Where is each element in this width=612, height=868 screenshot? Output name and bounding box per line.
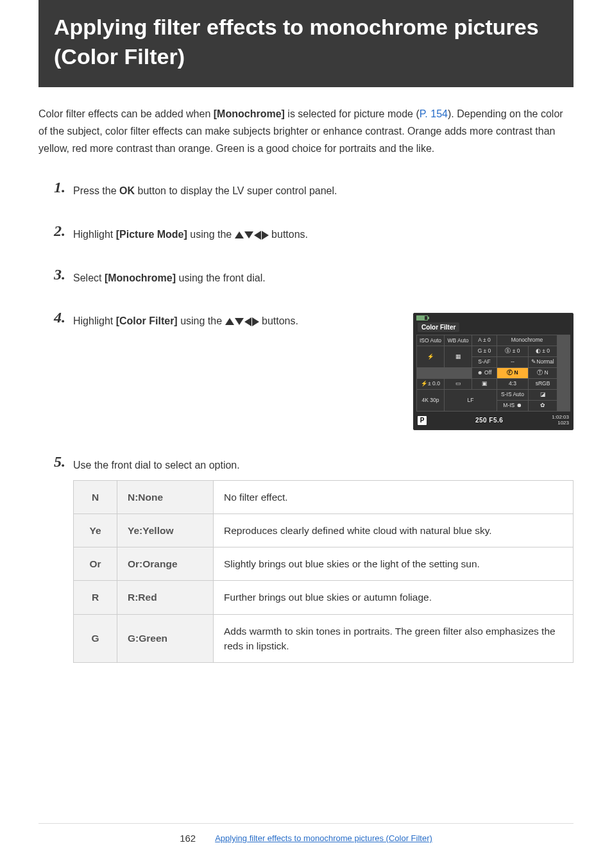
title-block: Applying filter effects to monochrome pi… [38, 0, 574, 87]
panel-title: Color Filter [418, 322, 459, 332]
battery-icon [416, 315, 428, 321]
step-2-post2: buttons. [269, 229, 308, 240]
step-3-post: using the front dial. [176, 272, 266, 283]
panel-sis: S-IS Auto [497, 390, 528, 400]
panel-tn: Ⓣ N [529, 368, 557, 378]
mode-icon: P [418, 416, 427, 425]
panel-flash: ⚡ [417, 346, 444, 367]
step-3-bold: [Monochrome] [105, 272, 176, 283]
step-2-post: using the [187, 229, 235, 240]
panel-rect: ▭ [445, 379, 472, 389]
panel-ratio: 4:3 [497, 379, 528, 389]
table-row: G G:Green Adds warmth to skin tones in p… [74, 614, 574, 663]
panel-off: ☻ Off [472, 368, 497, 378]
footer-section-link[interactable]: Applying filter effects to monochrome pi… [215, 833, 432, 844]
option-code: G [74, 614, 117, 663]
panel-c0: ◐ ± 0 [529, 346, 557, 356]
page-number: 162 [180, 833, 196, 844]
panel-colorfilter-selected: Ⓕ N [497, 368, 528, 378]
step-1-bold: OK [119, 185, 135, 196]
panel-dash: -- [497, 357, 528, 367]
page-reference-link[interactable]: P. 154 [420, 108, 448, 119]
panel-wbgrid: ▦ [445, 346, 472, 367]
page-title: Applying filter effects to monochrome pi… [54, 13, 558, 72]
panel-gear: ✿ [529, 401, 557, 411]
table-row: Or Or:Orange Slightly brings out blue sk… [74, 547, 574, 581]
step-4-bold: [Color Filter] [116, 315, 178, 326]
panel-counters: 1:02:03 1023 [552, 415, 569, 426]
option-name: Ye:Yellow [117, 513, 214, 547]
intro-part1b: is selected for picture mode ( [285, 108, 420, 119]
panel-mis: M-IS ⏺ [497, 401, 528, 411]
step-5-text: Use the front dial to select an option. [73, 457, 574, 474]
table-row: N N:None No filter effect. [74, 480, 574, 513]
step-1: Press the OK button to display the LV su… [54, 183, 574, 199]
option-desc: Adds warmth to skin tones in portraits. … [214, 614, 574, 663]
panel-shutter: 250 F5.6 [475, 417, 503, 424]
step-3-pre: Select [73, 272, 105, 283]
panel-s0: ⓢ ± 0 [497, 346, 528, 356]
step-5: Use the front dial to select an option. … [54, 457, 574, 663]
dpad-arrows-icon [225, 317, 259, 326]
step-2-pre: Highlight [73, 229, 116, 240]
panel-wb: WB Auto [445, 335, 472, 346]
panel-g0: G ± 0 [472, 346, 497, 356]
option-desc: Reproduces clearly defined white cloud w… [214, 513, 574, 547]
panel-lf: LF [445, 390, 497, 411]
panel-meter: ▣ [472, 379, 497, 389]
table-row: R R:Red Further brings out blue skies or… [74, 581, 574, 614]
option-code: Or [74, 547, 117, 581]
panel-normal: ✎Normal [529, 357, 557, 367]
option-name: R:Red [117, 581, 214, 614]
step-2-bold: [Picture Mode] [116, 229, 187, 240]
option-name: N:None [117, 480, 214, 513]
step-4-pre: Highlight [73, 315, 116, 326]
option-code: Ye [74, 513, 117, 547]
option-name: G:Green [117, 614, 214, 663]
step-1-pre: Press the [73, 185, 119, 196]
panel-a0: A ± 0 [472, 335, 497, 346]
panel-shots: 1023 [552, 421, 569, 426]
option-desc: Further brings out blue skies or autumn … [214, 581, 574, 614]
panel-srgb: sRGB [529, 379, 557, 389]
step-3: Select [Monochrome] using the front dial… [54, 270, 574, 287]
panel-saf: S-AF [472, 357, 497, 367]
panel-grid: ISO Auto WB Auto A ± 0 Monochrome ⚡ ▦ G … [416, 335, 570, 412]
panel-4k: 4K 30p [417, 390, 444, 411]
step-4-post2: buttons. [259, 315, 298, 326]
panel-sq: ◪ [529, 390, 557, 400]
option-desc: Slightly brings out blue skies or the li… [214, 547, 574, 581]
option-desc: No filter effect. [214, 480, 574, 513]
option-code: N [74, 480, 117, 513]
intro-bold1: [Monochrome] [214, 108, 285, 119]
panel-mono: Monochrome [497, 335, 557, 346]
intro-paragraph: Color filter effects can be added when [… [38, 105, 574, 158]
page-footer: 162 Applying filter effects to monochrom… [38, 823, 574, 851]
table-row: Ye Ye:Yellow Reproduces clearly defined … [74, 513, 574, 547]
page: Applying filter effects to monochrome pi… [0, 0, 612, 868]
panel-ev: ⚡± 0.0 [417, 379, 444, 389]
panel-bottom: P 250 F5.6 1:02:03 1023 [414, 413, 573, 430]
dpad-arrows-icon [235, 231, 269, 240]
option-code: R [74, 581, 117, 614]
intro-part1a: Color filter effects can be added when [38, 108, 214, 119]
options-table: N N:None No filter effect. Ye Ye:Yellow … [73, 480, 574, 664]
panel-iso: ISO Auto [417, 335, 444, 346]
option-name: Or:Orange [117, 547, 214, 581]
camera-screen-illustration: Color Filter ISO Auto WB Auto A ± 0 Mono… [413, 313, 574, 430]
steps-list: Press the OK button to display the LV su… [38, 183, 574, 663]
step-2: Highlight [Picture Mode] using the butto… [54, 226, 574, 243]
step-4: Highlight [Color Filter] using the butto… [54, 313, 574, 430]
step-1-post: button to display the LV super control p… [135, 185, 337, 196]
step-4-post: using the [178, 315, 225, 326]
